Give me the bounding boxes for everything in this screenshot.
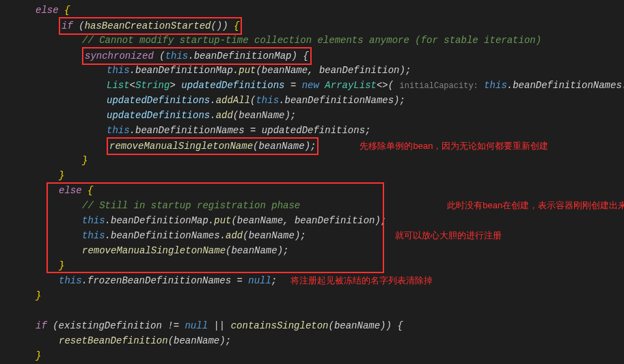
code-line: List<String> updatedDefinitions = new Ar… (0, 78, 624, 93)
annotation: 就可以放心大胆的进行注册 (395, 228, 502, 243)
comment: // Cannot modify startup-time collection… (82, 35, 541, 46)
code-line: if (hasBeanCreationStarted()) { (0, 18, 624, 33)
keyword-else: else (36, 5, 59, 16)
inline-hint: initialCapacity: (400, 81, 478, 91)
code-editor[interactable]: else { if (hasBeanCreationStarted()) { /… (0, 3, 624, 364)
code-line: this.frozenBeanDefinitionNames = null;将注… (0, 273, 624, 288)
code-line (0, 303, 624, 318)
code-line: else { (0, 183, 624, 198)
code-line: if (existingDefinition != null || contai… (0, 318, 624, 333)
code-line: updatedDefinitions.add(beanName); (0, 108, 624, 123)
annotation: 将注册起见被冻结的名字列表清除掉 (290, 273, 433, 288)
annotation: 此时没有bean在创建，表示容器刚刚创建出来， (447, 198, 624, 213)
code-line: resetBeanDefinition(beanName); (0, 333, 624, 348)
code-line: updatedDefinitions.addAll(this.beanDefin… (0, 93, 624, 108)
code-line: else { (0, 3, 624, 18)
code-line: } (0, 348, 624, 363)
code-line: } (0, 153, 624, 168)
code-line: } (0, 168, 624, 183)
code-line: this.beanDefinitionMap.put(beanName, bea… (0, 63, 624, 78)
code-line: this.beanDefinitionNames = updatedDefini… (0, 123, 624, 138)
code-line: removeManualSingletonName(beanName);先移除单… (0, 138, 624, 153)
annotation: 先移除单例的bean，因为无论如何都要重新创建 (360, 139, 548, 154)
highlight-box: removeManualSingletonName(beanName); (107, 137, 318, 155)
code-line: // Cannot modify startup-time collection… (0, 33, 624, 48)
code-line: synchronized (this.beanDefinitionMap) { (0, 48, 624, 63)
code-line: } (0, 288, 624, 303)
highlight-box (46, 182, 384, 273)
